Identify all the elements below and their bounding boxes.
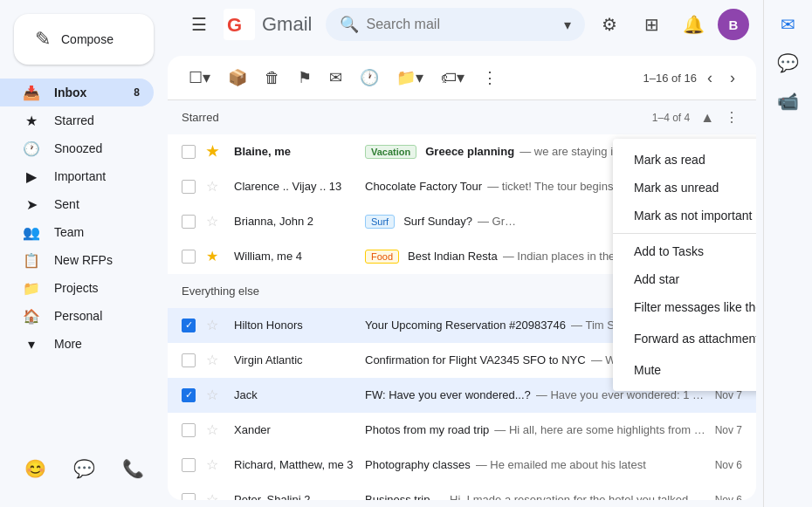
email-sender: Virgin Atlantic [234,353,365,367]
email-row[interactable]: ☆ Xander Photos from my road trip — Hi a… [168,413,756,448]
email-checkbox[interactable] [182,319,196,332]
email-checkbox[interactable] [182,458,196,472]
apps-button[interactable]: ⊞ [634,7,669,42]
email-body: Business trip — Hi, I made a reservation… [365,493,708,500]
sidebar-item-snoozed[interactable]: 🕐 Snoozed [0,134,154,162]
search-filter-icon[interactable]: ▾ [564,17,571,33]
sidebar-user-icon[interactable]: 😊 [17,451,52,486]
email-checkbox-area[interactable] [182,423,203,437]
snooze-button[interactable]: 🕐 [353,63,386,92]
menu-item-mark-unread[interactable]: Mark as unread [613,174,756,202]
next-page-button[interactable]: › [723,64,742,92]
email-subject: Confirmation for Flight VA2345 SFO to NY… [365,353,586,367]
email-subject: Photos from my road trip [365,423,489,436]
sidebar-item-personal[interactable]: 🏠 Personal [0,302,154,330]
email-tag: Vacation [365,145,416,159]
email-subject: Your Upcoming Reservation #20983746 [365,319,566,332]
right-panel-chat-icon[interactable]: 💬 [771,45,806,80]
menu-item-mute[interactable]: Mute [613,356,756,384]
menu-item-mark-not-important[interactable]: Mark as not important [613,202,756,230]
mark-read-button[interactable]: ✉ [322,63,349,92]
email-checkbox-area[interactable] [182,388,203,402]
email-sender: William, me 4 [234,250,365,263]
right-panel-mail-icon[interactable]: ✉ [771,7,806,42]
star-button[interactable]: ★ [206,248,227,264]
star-button[interactable]: ☆ [206,387,227,403]
email-subject: Business trip [365,493,430,500]
archive-button[interactable]: 📦 [221,63,254,92]
email-panel: ☐▾ 📦 🗑 ⚑ ✉ 🕐 📁▾ 🏷▾ [168,56,756,500]
report-button[interactable]: ⚑ [291,63,319,92]
star-button[interactable]: ★ [206,143,227,160]
menu-item-add-star[interactable]: Add star [613,265,756,293]
starred-collapse-button[interactable]: ▲ [697,107,718,127]
email-checkbox-area[interactable] [182,458,203,472]
email-checkbox-area[interactable] [182,215,203,229]
star-button[interactable]: ☆ [206,491,227,500]
compose-label: Compose [61,32,114,46]
everything-else-section-title: Everything else [182,284,626,298]
starred-more-button[interactable]: ⋮ [721,107,742,127]
hamburger-menu-button[interactable]: ☰ [182,7,217,42]
sidebar-item-new-rfps[interactable]: 📋 New RFPs [0,246,154,274]
sidebar-item-inbox[interactable]: 📥 Inbox 8 [0,79,154,106]
sidebar-item-starred[interactable]: ★ Starred [0,106,154,134]
email-checkbox-area[interactable] [182,319,203,332]
email-checkbox-area[interactable] [182,353,203,367]
prev-page-button[interactable]: ‹ [700,64,719,92]
search-input[interactable] [366,17,557,32]
email-subject: Best Indian Resta [408,250,498,263]
email-checkbox[interactable] [182,250,196,264]
email-checkbox-area[interactable] [182,493,203,501]
star-button[interactable]: ☆ [206,178,227,195]
email-checkbox[interactable] [182,180,196,194]
star-button[interactable]: ☆ [206,421,227,438]
email-snippet: — Hi, I made a reservation for the hotel… [435,493,707,500]
email-checkbox[interactable] [182,388,196,402]
right-panel-meet-icon[interactable]: 📹 [771,84,806,119]
sidebar-item-more[interactable]: ▾ More [0,330,154,358]
email-checkbox[interactable] [182,423,196,437]
snoozed-icon: 🕐 [23,140,40,157]
email-row[interactable]: ☆ Peter, Shalini 2 Business trip — Hi, I… [168,483,756,500]
select-all-button[interactable]: ☐▾ [182,63,217,92]
star-button[interactable]: ☆ [206,456,227,473]
sidebar-help-icon[interactable]: 💬 [66,451,101,486]
compose-button[interactable]: ✎ Compose [14,14,154,65]
star-button[interactable]: ☆ [206,352,227,368]
email-checkbox[interactable] [182,145,196,159]
move-to-button[interactable]: 📁▾ [389,63,430,92]
sidebar-item-sent[interactable]: ➤ Sent [0,190,154,218]
sidebar-item-important[interactable]: ▶ Important [0,162,154,190]
email-toolbar: ☐▾ 📦 🗑 ⚑ ✉ 🕐 📁▾ 🏷▾ [168,56,756,100]
email-checkbox-area[interactable] [182,180,203,194]
notifications-button[interactable]: 🔔 [676,7,711,42]
topbar-icons: ⚙ ⊞ 🔔 B [592,7,749,42]
menu-item-filter-messages[interactable]: Filter messages like these [613,293,756,321]
delete-button[interactable]: 🗑 [258,64,287,92]
email-subject: Photography classes [365,458,471,471]
delete-icon: 🗑 [265,69,280,87]
menu-item-add-tasks[interactable]: Add to Tasks [613,237,756,265]
email-checkbox[interactable] [182,493,196,501]
menu-item-mark-read[interactable]: Mark as read [613,146,756,174]
label-icon: 🏷▾ [441,68,464,87]
email-checkbox[interactable] [182,215,196,229]
label-button[interactable]: 🏷▾ [434,63,471,92]
email-checkbox[interactable] [182,353,196,367]
sidebar-item-projects[interactable]: 📁 Projects [0,274,154,302]
email-snippet: — Gr… [478,215,516,228]
search-bar[interactable]: 🔍 ▾ [326,8,585,41]
email-row[interactable]: ☆ Richard, Matthew, me 3 Photography cla… [168,448,756,483]
sidebar-phone-icon[interactable]: 📞 [115,451,150,486]
settings-button[interactable]: ⚙ [592,7,627,42]
menu-item-forward-attachment[interactable]: Forward as attachment [613,321,756,356]
star-button[interactable]: ☆ [206,213,227,230]
email-checkbox-area[interactable] [182,250,203,264]
more-actions-button[interactable]: ⋮ [475,63,505,92]
email-subject: Chocolate Factory Tour [365,180,482,193]
user-avatar[interactable]: B [718,9,749,40]
sidebar-item-team[interactable]: 👥 Team [0,218,154,246]
star-button[interactable]: ☆ [206,317,227,333]
email-checkbox-area[interactable] [182,145,203,159]
